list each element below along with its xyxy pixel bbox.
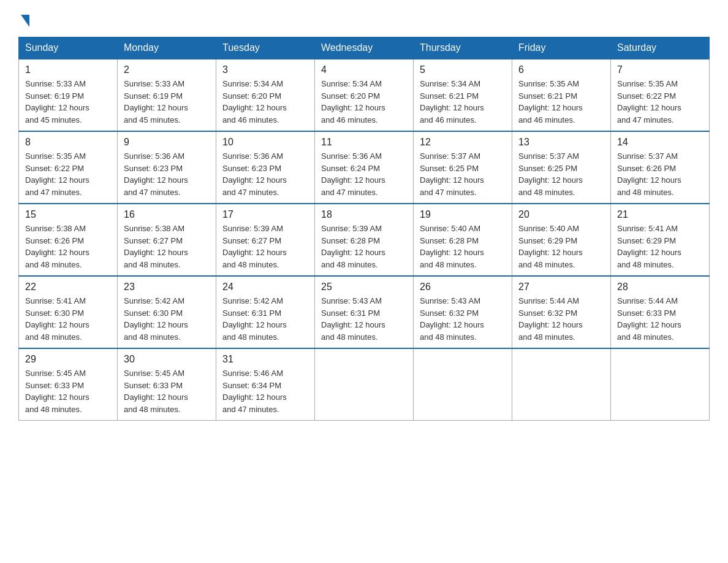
calendar-cell: 18 Sunrise: 5:39 AM Sunset: 6:28 PM Dayl…: [315, 204, 414, 276]
header-tuesday: Tuesday: [216, 37, 315, 59]
calendar-cell: 2 Sunrise: 5:33 AM Sunset: 6:19 PM Dayli…: [118, 59, 216, 131]
day-info: Sunrise: 5:35 AM Sunset: 6:22 PM Dayligh…: [617, 79, 681, 124]
calendar-cell: [315, 348, 414, 421]
day-info: Sunrise: 5:44 AM Sunset: 6:32 PM Dayligh…: [518, 296, 583, 342]
day-info: Sunrise: 5:33 AM Sunset: 6:19 PM Dayligh…: [25, 79, 89, 124]
calendar-cell: [414, 348, 512, 421]
logo-arrow-icon: [21, 15, 29, 27]
day-info: Sunrise: 5:34 AM Sunset: 6:20 PM Dayligh…: [222, 79, 287, 124]
calendar-cell: 12 Sunrise: 5:37 AM Sunset: 6:25 PM Dayl…: [414, 131, 512, 204]
day-info: Sunrise: 5:45 AM Sunset: 6:33 PM Dayligh…: [25, 369, 89, 414]
week-row-5: 29 Sunrise: 5:45 AM Sunset: 6:33 PM Dayl…: [19, 348, 710, 421]
week-row-2: 8 Sunrise: 5:35 AM Sunset: 6:22 PM Dayli…: [19, 131, 710, 204]
calendar-cell: 13 Sunrise: 5:37 AM Sunset: 6:25 PM Dayl…: [512, 131, 611, 204]
calendar-table: SundayMondayTuesdayWednesdayThursdayFrid…: [18, 37, 710, 421]
calendar-cell: 8 Sunrise: 5:35 AM Sunset: 6:22 PM Dayli…: [19, 131, 118, 204]
calendar-cell: 31 Sunrise: 5:46 AM Sunset: 6:34 PM Dayl…: [216, 348, 315, 421]
day-number: 24: [222, 282, 308, 293]
day-number: 28: [617, 282, 703, 293]
day-number: 25: [321, 282, 407, 293]
day-number: 17: [222, 209, 308, 220]
page-header: [18, 12, 710, 25]
day-number: 30: [124, 354, 210, 365]
calendar-cell: 27 Sunrise: 5:44 AM Sunset: 6:32 PM Dayl…: [512, 276, 611, 348]
day-info: Sunrise: 5:40 AM Sunset: 6:28 PM Dayligh…: [420, 224, 484, 269]
day-number: 23: [124, 282, 210, 293]
calendar-cell: 15 Sunrise: 5:38 AM Sunset: 6:26 PM Dayl…: [19, 204, 118, 276]
day-number: 4: [321, 64, 407, 75]
day-info: Sunrise: 5:44 AM Sunset: 6:33 PM Dayligh…: [617, 296, 681, 342]
day-info: Sunrise: 5:35 AM Sunset: 6:22 PM Dayligh…: [25, 151, 89, 197]
week-row-4: 22 Sunrise: 5:41 AM Sunset: 6:30 PM Dayl…: [19, 276, 710, 348]
day-number: 5: [420, 64, 506, 75]
calendar-cell: 14 Sunrise: 5:37 AM Sunset: 6:26 PM Dayl…: [611, 131, 710, 204]
day-number: 1: [25, 64, 111, 75]
day-number: 15: [25, 209, 111, 220]
calendar-cell: 3 Sunrise: 5:34 AM Sunset: 6:20 PM Dayli…: [216, 59, 315, 131]
calendar-cell: 17 Sunrise: 5:39 AM Sunset: 6:27 PM Dayl…: [216, 204, 315, 276]
day-number: 11: [321, 137, 407, 148]
calendar-cell: 25 Sunrise: 5:43 AM Sunset: 6:31 PM Dayl…: [315, 276, 414, 348]
calendar-cell: 1 Sunrise: 5:33 AM Sunset: 6:19 PM Dayli…: [19, 59, 118, 131]
logo: [18, 12, 29, 25]
calendar-cell: 24 Sunrise: 5:42 AM Sunset: 6:31 PM Dayl…: [216, 276, 315, 348]
day-info: Sunrise: 5:36 AM Sunset: 6:24 PM Dayligh…: [321, 151, 385, 197]
header-friday: Friday: [512, 37, 611, 59]
day-number: 12: [420, 137, 506, 148]
day-info: Sunrise: 5:41 AM Sunset: 6:30 PM Dayligh…: [25, 296, 89, 342]
day-number: 21: [617, 209, 703, 220]
day-info: Sunrise: 5:43 AM Sunset: 6:32 PM Dayligh…: [420, 296, 484, 342]
day-number: 13: [518, 137, 604, 148]
day-number: 2: [124, 64, 210, 75]
calendar-cell: 19 Sunrise: 5:40 AM Sunset: 6:28 PM Dayl…: [414, 204, 512, 276]
day-number: 3: [222, 64, 308, 75]
calendar-cell: 10 Sunrise: 5:36 AM Sunset: 6:23 PM Dayl…: [216, 131, 315, 204]
day-number: 27: [518, 282, 604, 293]
day-info: Sunrise: 5:46 AM Sunset: 6:34 PM Dayligh…: [222, 369, 287, 414]
calendar-cell: 4 Sunrise: 5:34 AM Sunset: 6:20 PM Dayli…: [315, 59, 414, 131]
day-number: 22: [25, 282, 111, 293]
day-number: 16: [124, 209, 210, 220]
day-number: 14: [617, 137, 703, 148]
day-info: Sunrise: 5:42 AM Sunset: 6:31 PM Dayligh…: [222, 296, 287, 342]
calendar-cell: 7 Sunrise: 5:35 AM Sunset: 6:22 PM Dayli…: [611, 59, 710, 131]
header-saturday: Saturday: [611, 37, 710, 59]
week-row-1: 1 Sunrise: 5:33 AM Sunset: 6:19 PM Dayli…: [19, 59, 710, 131]
day-number: 20: [518, 209, 604, 220]
day-info: Sunrise: 5:36 AM Sunset: 6:23 PM Dayligh…: [124, 151, 188, 197]
day-info: Sunrise: 5:36 AM Sunset: 6:23 PM Dayligh…: [222, 151, 287, 197]
day-number: 7: [617, 64, 703, 75]
day-info: Sunrise: 5:45 AM Sunset: 6:33 PM Dayligh…: [124, 369, 188, 414]
calendar-cell: 5 Sunrise: 5:34 AM Sunset: 6:21 PM Dayli…: [414, 59, 512, 131]
day-number: 6: [518, 64, 604, 75]
day-info: Sunrise: 5:37 AM Sunset: 6:25 PM Dayligh…: [420, 151, 484, 197]
calendar-cell: 20 Sunrise: 5:40 AM Sunset: 6:29 PM Dayl…: [512, 204, 611, 276]
calendar-cell: 11 Sunrise: 5:36 AM Sunset: 6:24 PM Dayl…: [315, 131, 414, 204]
day-info: Sunrise: 5:43 AM Sunset: 6:31 PM Dayligh…: [321, 296, 385, 342]
header-sunday: Sunday: [19, 37, 118, 59]
calendar-cell: [611, 348, 710, 421]
calendar-cell: 23 Sunrise: 5:42 AM Sunset: 6:30 PM Dayl…: [118, 276, 216, 348]
calendar-cell: 22 Sunrise: 5:41 AM Sunset: 6:30 PM Dayl…: [19, 276, 118, 348]
header-thursday: Thursday: [414, 37, 512, 59]
calendar-cell: 29 Sunrise: 5:45 AM Sunset: 6:33 PM Dayl…: [19, 348, 118, 421]
day-info: Sunrise: 5:34 AM Sunset: 6:20 PM Dayligh…: [321, 79, 385, 124]
day-info: Sunrise: 5:37 AM Sunset: 6:26 PM Dayligh…: [617, 151, 681, 197]
calendar-cell: 9 Sunrise: 5:36 AM Sunset: 6:23 PM Dayli…: [118, 131, 216, 204]
day-number: 8: [25, 137, 111, 148]
day-info: Sunrise: 5:38 AM Sunset: 6:27 PM Dayligh…: [124, 224, 188, 269]
calendar-cell: [512, 348, 611, 421]
day-info: Sunrise: 5:35 AM Sunset: 6:21 PM Dayligh…: [518, 79, 583, 124]
header-wednesday: Wednesday: [315, 37, 414, 59]
calendar-cell: 26 Sunrise: 5:43 AM Sunset: 6:32 PM Dayl…: [414, 276, 512, 348]
day-info: Sunrise: 5:41 AM Sunset: 6:29 PM Dayligh…: [617, 224, 681, 269]
calendar-cell: 21 Sunrise: 5:41 AM Sunset: 6:29 PM Dayl…: [611, 204, 710, 276]
day-number: 10: [222, 137, 308, 148]
day-info: Sunrise: 5:42 AM Sunset: 6:30 PM Dayligh…: [124, 296, 188, 342]
logo-top: [18, 12, 29, 27]
calendar-cell: 6 Sunrise: 5:35 AM Sunset: 6:21 PM Dayli…: [512, 59, 611, 131]
calendar-cell: 28 Sunrise: 5:44 AM Sunset: 6:33 PM Dayl…: [611, 276, 710, 348]
day-info: Sunrise: 5:39 AM Sunset: 6:28 PM Dayligh…: [321, 224, 385, 269]
day-number: 31: [222, 354, 308, 365]
calendar-cell: 16 Sunrise: 5:38 AM Sunset: 6:27 PM Dayl…: [118, 204, 216, 276]
